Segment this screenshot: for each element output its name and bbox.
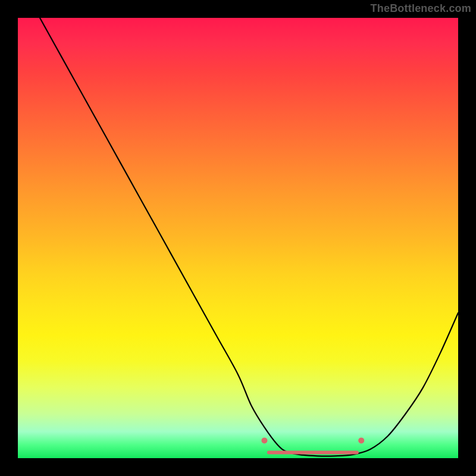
threshold-marker-left xyxy=(261,437,267,443)
curve-overlay xyxy=(18,18,458,458)
plot-area xyxy=(18,18,458,458)
bottleneck-curve xyxy=(40,18,458,456)
threshold-marker-right xyxy=(358,437,364,443)
attribution-text: TheBottleneck.com xyxy=(371,2,471,15)
chart-frame: TheBottleneck.com xyxy=(0,0,476,476)
